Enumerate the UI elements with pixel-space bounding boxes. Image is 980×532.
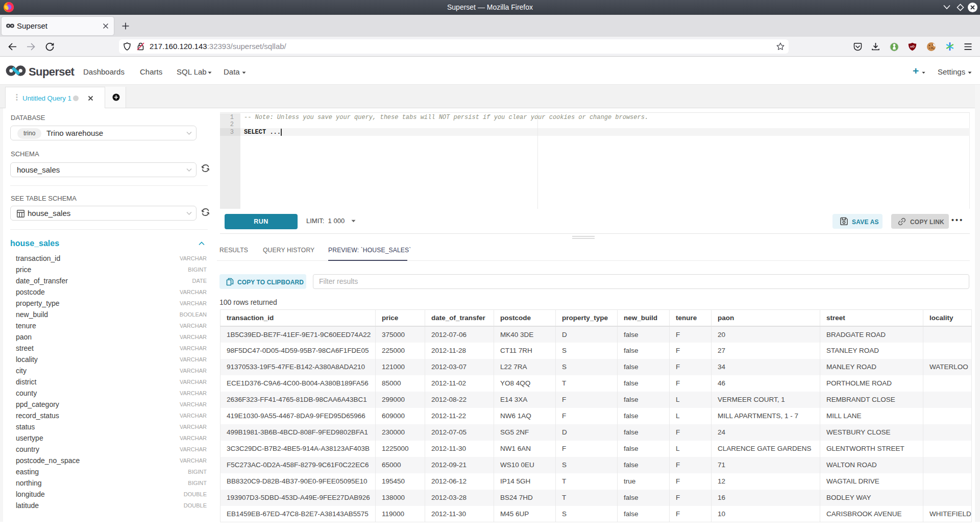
svg-text:uO: uO bbox=[910, 45, 915, 48]
